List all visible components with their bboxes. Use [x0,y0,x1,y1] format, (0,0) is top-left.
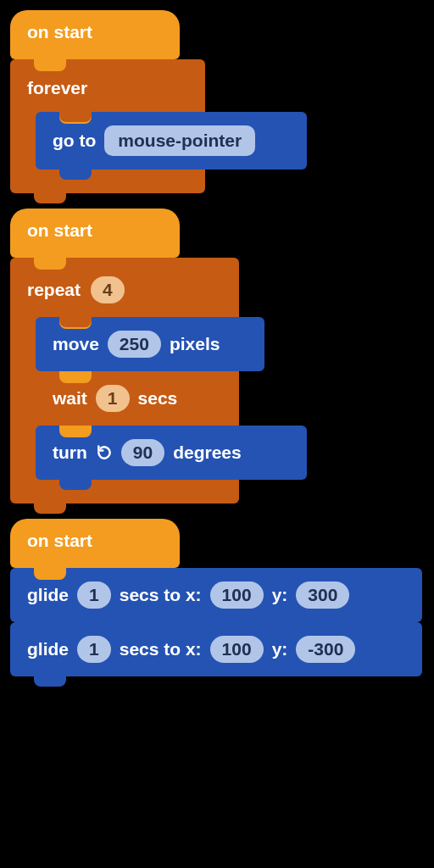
hat-label: on start [27,22,92,42]
block-glide-1[interactable]: glide 1 secs to x: 100 y: 300 [10,568,422,622]
repeat-count-input[interactable]: 4 [91,276,125,303]
hat-on-start[interactable]: on start [10,519,180,568]
block-notch [59,371,92,383]
block-turn[interactable]: turn 90 degrees [36,426,307,480]
glide-secs-input[interactable]: 1 [77,636,111,663]
block-text: glide [27,639,69,659]
block-connector [34,502,66,514]
dropdown-target[interactable]: mouse-pointer [104,125,255,156]
block-notch [34,59,66,71]
block-text: secs [138,388,178,409]
hat-on-start[interactable]: on start [10,10,180,59]
c-block-label: forever [27,78,87,98]
glide-y-input[interactable]: 300 [296,581,349,609]
move-pixels-input[interactable]: 250 [108,331,161,358]
block-notch [34,258,66,270]
block-text: y: [272,639,288,659]
glide-secs-input[interactable]: 1 [77,581,111,609]
block-notch [59,426,92,437]
block-glide-2[interactable]: glide 1 secs to x: 100 y: -300 [10,622,422,676]
block-text: turn [53,442,87,463]
glide-y-input[interactable]: -300 [296,636,355,663]
block-text: glide [27,585,69,605]
script-stack-3: on start glide 1 secs to x: 100 y: 300 g… [10,519,424,676]
script-stack-2: on start repeat 4 move 250 pixels wait 1… [10,209,424,504]
block-text: secs to x: [120,585,202,605]
rotate-cw-icon [96,444,113,461]
block-text: secs to x: [120,639,202,659]
block-connector [34,192,66,203]
block-notch [34,568,66,580]
block-text: go to [53,131,96,151]
block-connector [34,675,66,687]
c-block-repeat[interactable]: repeat 4 move 250 pixels wait 1 secs tur… [10,258,239,504]
c-block-forever[interactable]: forever go to mouse-pointer [10,59,205,193]
glide-x-input[interactable]: 100 [210,581,264,609]
turn-degrees-input[interactable]: 90 [121,439,164,466]
block-wait[interactable]: wait 1 secs [36,371,231,426]
hat-label: on start [27,220,92,240]
wait-secs-input[interactable]: 1 [96,385,130,412]
block-text: wait [53,388,87,409]
block-notch [34,622,66,634]
block-text: y: [272,585,288,605]
glide-x-input[interactable]: 100 [210,636,264,663]
c-block-label: repeat [27,280,81,300]
block-text: move [53,334,99,354]
hat-label: on start [27,531,92,550]
block-text: pixels [170,334,220,354]
block-text: degrees [173,442,242,463]
hat-on-start[interactable]: on start [10,209,180,258]
script-stack-1: on start forever go to mouse-pointer [10,10,424,193]
